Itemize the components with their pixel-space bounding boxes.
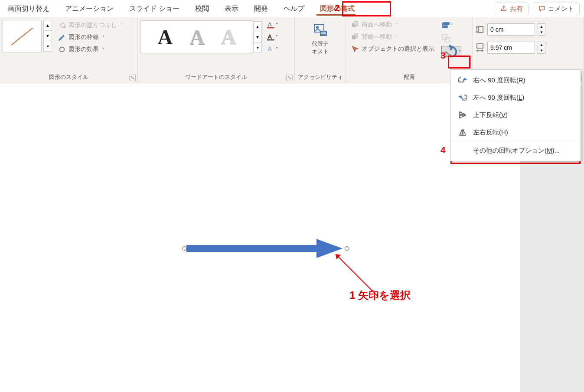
- wordart-gallery-up[interactable]: ▲: [253, 21, 262, 32]
- bring-forward-button[interactable]: 前面へ移動˅: [350, 20, 435, 29]
- svg-rect-16: [352, 35, 356, 39]
- flip-vertical-item[interactable]: 上下反転(V): [450, 106, 581, 124]
- tab-developer[interactable]: 開発: [246, 0, 276, 17]
- bring-forward-icon: [351, 21, 359, 29]
- svg-rect-20: [442, 35, 447, 39]
- tab-view[interactable]: 表示: [217, 0, 246, 17]
- annotation-label-4: 4: [440, 145, 446, 155]
- more-rotation-options-item[interactable]: その他の回転オプション(M)...: [450, 142, 581, 159]
- svg-text:A: A: [268, 46, 271, 52]
- flip-horizontal-icon: [458, 128, 467, 137]
- flip-vertical-icon: [458, 111, 467, 119]
- wordart-style-3[interactable]: A: [221, 25, 236, 49]
- svg-point-1: [64, 26, 65, 28]
- height-input[interactable]: 0 cm: [487, 23, 535, 36]
- gallery-more-button[interactable]: ▾: [43, 41, 52, 52]
- shape-style-thumb[interactable]: [3, 20, 42, 53]
- rotate-left-icon: [458, 93, 467, 102]
- wordart-dialog-launcher[interactable]: ⤡: [286, 75, 293, 81]
- text-outline-button[interactable]: A˅: [265, 32, 279, 42]
- selection-pane-button[interactable]: オブジェクトの選択と表示: [350, 44, 435, 54]
- flip-horizontal-item[interactable]: 左右反転(H): [450, 124, 581, 141]
- tab-transition[interactable]: 画面切り替え: [0, 0, 57, 17]
- svg-point-2: [60, 47, 65, 52]
- text-effects-button[interactable]: A˅: [265, 44, 279, 54]
- tab-slideshow[interactable]: スライド ショー: [121, 0, 187, 17]
- comment-icon: [538, 5, 545, 12]
- gallery-up-button[interactable]: ▲: [43, 20, 52, 31]
- shape-fill-button[interactable]: 図形の塗りつぶし˅: [56, 20, 124, 30]
- tab-help[interactable]: ヘルプ: [276, 0, 312, 17]
- alt-text-icon: [313, 23, 328, 38]
- align-icon: [441, 21, 450, 30]
- align-button[interactable]: ˅: [441, 20, 453, 30]
- wordart-style-1[interactable]: A: [157, 25, 173, 49]
- width-spin-up[interactable]: ▲: [538, 42, 545, 48]
- group-icon: [441, 34, 450, 43]
- arrow-shape[interactable]: [182, 235, 351, 261]
- shape-outline-button[interactable]: 図形の枠線˅: [56, 32, 124, 42]
- share-icon: [500, 5, 507, 12]
- tab-animation[interactable]: アニメーション: [57, 0, 121, 17]
- width-input[interactable]: 9.97 cm: [487, 42, 535, 54]
- annotation-label-3: 3: [440, 50, 446, 61]
- svg-text:A: A: [268, 21, 271, 28]
- shape-effects-button[interactable]: 図形の効果˅: [56, 44, 124, 55]
- text-fill-button[interactable]: A˅: [265, 20, 279, 29]
- svg-rect-24: [477, 44, 483, 48]
- height-spin-down[interactable]: ▼: [538, 29, 545, 35]
- accessibility-group-label: アクセシビリティ: [295, 72, 346, 83]
- send-backward-button[interactable]: 背面へ移動˅: [350, 32, 435, 42]
- pen-icon: [58, 33, 66, 41]
- annotation-label-2: 2: [335, 3, 340, 13]
- svg-rect-22: [479, 26, 483, 33]
- shape-style-group-label: 図形のスタイル ⤡: [0, 72, 137, 83]
- annotation-box-2: [342, 1, 391, 16]
- shape-handle-start[interactable]: [182, 246, 186, 251]
- wordart-gallery-down[interactable]: ▼: [253, 32, 262, 42]
- tab-review[interactable]: 校閲: [187, 0, 217, 17]
- svg-rect-19: [444, 26, 447, 27]
- annotation-label-1: 1 矢印を選択: [349, 288, 411, 302]
- annotation-box-3: [448, 56, 470, 69]
- rotate-left-90-item[interactable]: 左へ 90 度回転(L): [450, 89, 581, 106]
- height-spin-up[interactable]: ▲: [538, 24, 545, 29]
- svg-text:A: A: [268, 33, 271, 40]
- effects-icon: [58, 46, 66, 53]
- slide-canvas[interactable]: [0, 84, 520, 392]
- svg-marker-26: [186, 239, 343, 258]
- wordart-gallery-controls: ▲ ▼ ▾: [253, 21, 262, 52]
- wordart-gallery-more[interactable]: ▾: [253, 42, 262, 53]
- width-spin-down[interactable]: ▼: [538, 48, 545, 53]
- wordart-style-2[interactable]: A: [189, 25, 205, 49]
- svg-rect-4: [267, 27, 274, 29]
- rotate-right-icon: [458, 76, 467, 85]
- wordart-group-label: ワードアートのスタイル ⤡: [138, 72, 294, 83]
- height-icon: [475, 25, 485, 34]
- ribbon-tabs: 画面切り替え アニメーション スライド ショー 校閲 表示 開発 ヘルプ 図形の…: [0, 0, 584, 17]
- width-icon: [475, 43, 485, 52]
- share-button[interactable]: 共有: [495, 3, 529, 15]
- shape-style-dialog-launcher[interactable]: ⤡: [129, 75, 136, 81]
- comment-button[interactable]: コメント: [533, 3, 580, 15]
- group-button[interactable]: ˅: [441, 33, 453, 43]
- svg-rect-14: [354, 22, 358, 26]
- svg-rect-21: [445, 37, 450, 42]
- send-backward-icon: [351, 33, 359, 41]
- svg-line-0: [11, 28, 33, 45]
- shape-style-gallery-controls: ▲ ▼ ▾: [43, 20, 52, 51]
- rotate-right-90-item[interactable]: 右へ 90 度回転(R): [450, 72, 581, 89]
- alt-text-button[interactable]: 代替テキスト: [306, 20, 335, 58]
- gallery-down-button[interactable]: ▼: [43, 30, 52, 41]
- svg-point-9: [316, 26, 318, 28]
- wordart-gallery[interactable]: A A A: [140, 20, 253, 53]
- rotate-dropdown-menu: 右へ 90 度回転(R) 左へ 90 度回転(L) 上下反転(V) 左右反転(H…: [450, 69, 581, 161]
- paint-bucket-icon: [58, 21, 66, 29]
- svg-rect-18: [444, 23, 449, 24]
- svg-rect-6: [267, 39, 274, 41]
- selection-pane-icon: [351, 45, 359, 53]
